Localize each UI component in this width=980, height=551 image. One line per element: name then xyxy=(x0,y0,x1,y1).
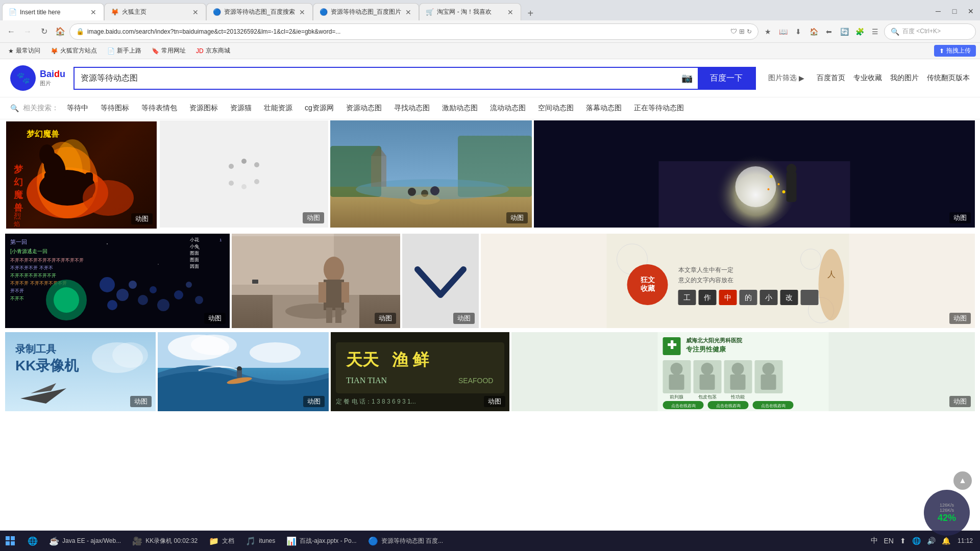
tab-2-close[interactable]: ✕ xyxy=(191,8,200,16)
tab-3-close[interactable]: ✕ xyxy=(298,8,306,16)
related-ziyuantubiaocontainer[interactable]: 资源图标 xyxy=(185,103,222,114)
image-cell-restaurant[interactable]: 天天 渔 鲜 TIAN TIAN 定 餐 电 话：1 3 8 3 6 9 3 1… xyxy=(331,332,509,411)
taskbar-item-ppt[interactable]: 📊 百战-ajax.pptx - Po... xyxy=(281,532,361,550)
back-button[interactable]: ← xyxy=(4,24,18,39)
tab-bar: 📄 Insert title here ✕ 🦊 火狐主页 ✕ 🔵 资源等待动态图… xyxy=(0,0,980,20)
reader-mode-button[interactable]: 📖 xyxy=(776,24,790,39)
related-zhuangnengziyuan[interactable]: 壮能资源 xyxy=(260,103,297,114)
taskbar-item-docs[interactable]: 📁 文档 xyxy=(204,532,239,550)
restaurant-svg: 天天 渔 鲜 TIAN TIAN 定 餐 电 话：1 3 8 3 6 9 3 1… xyxy=(331,332,509,411)
baidu-task-icon: 🔵 xyxy=(368,536,378,546)
image-cell-game1[interactable]: 动图 xyxy=(330,120,532,228)
tab-4-close[interactable]: ✕ xyxy=(404,8,412,16)
addons-button[interactable]: 🧩 xyxy=(852,24,867,39)
bookmark-star-button[interactable]: ★ xyxy=(761,24,775,39)
forward-button[interactable]: → xyxy=(20,24,35,39)
taskbar-volume-icon[interactable]: 🔊 xyxy=(925,537,938,545)
nav-collect-link[interactable]: 专业收藏 xyxy=(853,73,882,83)
baidu-product: 图片 xyxy=(40,80,65,87)
maximize-button[interactable]: □ xyxy=(947,4,962,18)
scroll-up-button[interactable]: ▲ xyxy=(953,471,972,490)
camera-icon[interactable]: 📷 xyxy=(676,72,698,84)
svg-point-35 xyxy=(787,164,797,174)
tab-1[interactable]: 📄 Insert title here ✕ xyxy=(2,3,104,20)
address-bar[interactable]: 🔒 image.baidu.com/search/index?tn=baidui… xyxy=(69,23,758,40)
image-cell-gamehud[interactable]: 第一回 [小青源逃走一回 不开不开不开不开不开不开不开不开 不开不开不开 不开不… xyxy=(5,234,230,328)
related-ziyuandongtu[interactable]: 资源动态图 xyxy=(342,103,386,114)
menu-button[interactable]: ☰ xyxy=(868,24,882,39)
new-tab-button[interactable]: + xyxy=(523,6,537,20)
related-luomu[interactable]: 落幕动态图 xyxy=(582,103,626,114)
download-button[interactable]: ⬇ xyxy=(791,24,805,39)
tab-1-close[interactable]: ✕ xyxy=(89,8,97,16)
nav-classic-link[interactable]: 传统翻页版本 xyxy=(927,73,970,83)
home-button[interactable]: 🏠 xyxy=(53,24,67,39)
sync-button[interactable]: 🔄 xyxy=(837,24,851,39)
svg-text:不开不开不开不开不开: 不开不开不开不开不开 xyxy=(10,273,56,278)
taskbar-item-kk[interactable]: 🎥 KK录像机 00:02:32 xyxy=(127,532,203,550)
bookmark-huhu[interactable]: 🦊 火狐官方站点 xyxy=(46,44,101,58)
related-jili[interactable]: 激励动态图 xyxy=(438,103,482,114)
taskbar-bell-icon[interactable]: 🔔 xyxy=(940,537,952,545)
baidu-search-box[interactable]: 📷 百度一下 xyxy=(74,67,756,90)
bookmark-xinshou[interactable]: 📄 新手上路 xyxy=(103,44,145,58)
home-nav-button[interactable]: 🏠 xyxy=(806,24,821,39)
image-cell-recorder[interactable]: 录制工具 KK录像机 动图 xyxy=(5,332,156,411)
bookmark-jd-icon: JD xyxy=(196,47,204,55)
svg-text:点击在线咨询: 点击在线咨询 xyxy=(716,404,741,408)
related-kongjian[interactable]: 空间动态图 xyxy=(534,103,578,114)
related-zhengzai[interactable]: 正在等待动态图 xyxy=(630,103,688,114)
history-back-button[interactable]: ⬅ xyxy=(822,24,836,39)
tab-5-close[interactable]: ✕ xyxy=(506,8,514,16)
related-ziyuanmao[interactable]: 资源猫 xyxy=(226,103,256,114)
taskbar-item-javaee[interactable]: ☕ Java EE - ajax/Web... xyxy=(44,532,126,550)
taskbar-network-icon[interactable]: 🌐 xyxy=(910,537,923,545)
filter-button[interactable]: 图片筛选 ▶ xyxy=(764,73,808,83)
taskbar-item-itunes[interactable]: 🎵 itunes xyxy=(240,532,280,550)
taskbar-item-chrome[interactable]: 🌐 xyxy=(22,532,43,550)
svg-rect-143 xyxy=(669,374,684,390)
svg-point-66 xyxy=(138,295,148,305)
related-dengdaitubiaocontainer[interactable]: 等待图标 xyxy=(96,103,133,114)
tab-4[interactable]: 🔵 资源等待动态图_百度图片 ✕ xyxy=(313,3,420,20)
svg-rect-34 xyxy=(787,171,797,202)
nav-myimg-link[interactable]: 我的图片 xyxy=(890,73,919,83)
related-xunzhao[interactable]: 寻找动态图 xyxy=(390,103,434,114)
bookmark-changyong[interactable]: 🔖 常用网址 xyxy=(148,44,190,58)
image-cell-collect[interactable]: 狂文 收藏 本文章人生中有一定 意义的文字内容放在 工 作 中 的 小 xyxy=(481,234,975,328)
bookmark-star-icon: ★ xyxy=(8,47,14,55)
tab-2[interactable]: 🦊 火狐主页 ✕ xyxy=(104,3,206,20)
image-cell-firehorse[interactable]: 梦 幻 魔 兽 梦幻魔兽 烈 焰 动图 xyxy=(6,121,157,229)
image-cell-hospital[interactable]: ✚ 威海北大阳光男科医院 专注男性健康 xyxy=(511,332,975,411)
taskbar-zh-icon[interactable]: 中 xyxy=(869,536,880,545)
image-cell-game2[interactable]: 动图 xyxy=(534,120,975,228)
related-cgziyuanwang[interactable]: cg资源网 xyxy=(301,103,338,114)
baidu-logo[interactable]: 🐾 Baidu 图片 xyxy=(10,65,65,91)
minimize-button[interactable]: ─ xyxy=(931,4,945,18)
related-dengdaibiaiqingbao[interactable]: 等待表情包 xyxy=(137,103,181,114)
related-dengdaizhong[interactable]: 等待中 xyxy=(63,103,92,114)
image-cell-bathroom[interactable]: 动图 xyxy=(232,234,400,328)
taskbar-baidu-label: 资源等待动态图 百度... xyxy=(381,537,443,545)
baidu-search-input[interactable] xyxy=(75,69,676,87)
upload-button[interactable]: ⬆ 拖拽上传 xyxy=(934,45,976,57)
svg-text:开不开: 开不开 xyxy=(10,288,24,293)
close-window-button[interactable]: ✕ xyxy=(964,4,978,18)
image-cell-chevron[interactable]: 动图 xyxy=(402,234,479,328)
reload-button[interactable]: ↻ xyxy=(37,24,51,39)
image-cell-loading[interactable]: 动图 xyxy=(160,120,328,228)
tab-5[interactable]: 🛒 淘宝网 - 淘！我喜欢 ✕ xyxy=(419,3,521,20)
tab-3[interactable]: 🔵 资源等待动态图_百度搜索 ✕ xyxy=(206,3,313,20)
taskbar-en-icon[interactable]: EN xyxy=(882,537,896,545)
start-button[interactable] xyxy=(0,531,20,551)
bookmark-jd[interactable]: JD 京东商城 xyxy=(192,44,234,58)
bookmark-zuichang[interactable]: ★ 最常访问 xyxy=(4,44,44,58)
related-liudong[interactable]: 流动动态图 xyxy=(486,103,530,114)
image-cell-surf[interactable]: 动图 xyxy=(158,332,329,411)
taskbar-time[interactable]: 11:12 xyxy=(954,537,976,544)
baidu-search-button[interactable]: 百度一下 xyxy=(698,68,755,89)
taskbar-upload-icon[interactable]: ⬆ xyxy=(898,537,908,545)
taskbar-item-baidu[interactable]: 🔵 资源等待动态图 百度... xyxy=(363,532,448,550)
baidu-search-bar[interactable]: 🔍 百度 <Ctrl+K> xyxy=(884,23,976,40)
nav-home-link[interactable]: 百度首页 xyxy=(817,73,845,83)
